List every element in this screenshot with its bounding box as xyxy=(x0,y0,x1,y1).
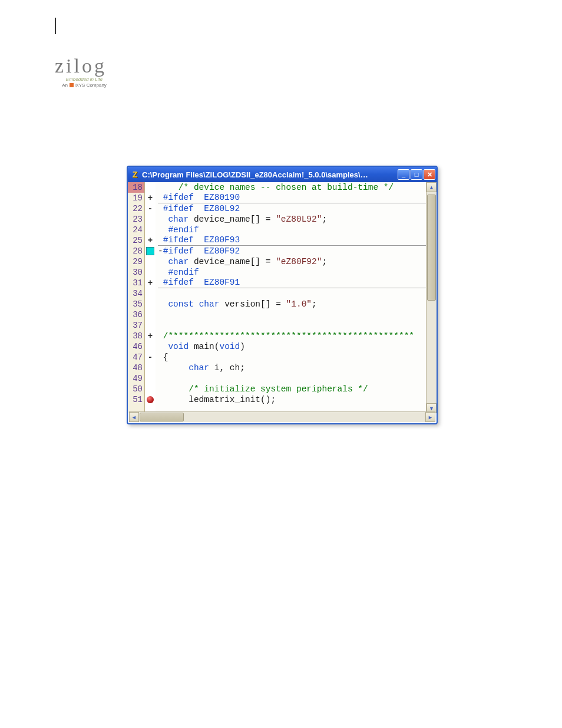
code-line[interactable]: char device_name[] = "eZ80F92"; xyxy=(158,256,426,267)
titlebar[interactable]: Z C:\Program Files\ZiLOG\ZDSII_eZ80Accla… xyxy=(128,167,437,182)
horizontal-scroll-thumb[interactable] xyxy=(140,413,184,421)
line-number[interactable]: 51 xyxy=(128,394,144,405)
code-token: /* initialize system peripherals */ xyxy=(189,384,368,394)
code-line[interactable] xyxy=(158,309,426,320)
breakpoint-gutter[interactable]: +-+++- xyxy=(145,182,156,413)
code-token: ) xyxy=(240,342,245,351)
line-number[interactable]: 24 xyxy=(128,225,144,235)
code-line[interactable]: /***************************************… xyxy=(158,331,426,341)
code-line[interactable] xyxy=(158,320,426,331)
code-token: main( xyxy=(189,342,219,351)
code-line[interactable]: #ifdef EZ80F91 xyxy=(158,278,426,288)
line-number[interactable]: 18 xyxy=(128,182,144,193)
window-title: C:\Program Files\ZiLOG\ZDSII_eZ80Acclaim… xyxy=(142,170,398,179)
code-line[interactable]: #endif xyxy=(158,267,426,278)
line-number[interactable]: 48 xyxy=(128,363,144,373)
scroll-up-button[interactable]: ▲ xyxy=(427,182,437,192)
line-number[interactable]: 49 xyxy=(128,373,144,384)
code-line[interactable]: { xyxy=(158,352,426,363)
horizontal-scrollbar[interactable]: ◄ ► xyxy=(129,411,435,422)
code-line[interactable]: const char version[] = "1.0"; xyxy=(158,299,426,309)
code-token xyxy=(158,268,168,277)
code-token: char xyxy=(199,299,220,309)
code-token: "eZ80L92" xyxy=(276,215,322,224)
code-token xyxy=(158,193,163,202)
line-number[interactable]: 31 xyxy=(128,278,144,288)
code-token: #ifdef EZ80L92 xyxy=(163,204,240,213)
logo-wordmark: zilog xyxy=(55,56,114,76)
code-token: /* device names -- chosen at build-time … xyxy=(163,183,394,192)
line-number[interactable]: 50 xyxy=(128,384,144,394)
code-line[interactable]: char i, ch; xyxy=(158,363,426,373)
code-line[interactable] xyxy=(158,373,426,384)
code-line[interactable]: void main(void) xyxy=(158,341,426,352)
code-line[interactable]: ledmatrix_init(); xyxy=(158,394,426,405)
code-line[interactable]: #ifdef EZ80F93 xyxy=(158,235,426,246)
line-number[interactable]: 19 xyxy=(128,193,144,203)
line-number[interactable]: 47 xyxy=(128,352,144,363)
logo-tagline-2-prefix: An xyxy=(62,83,68,88)
code-token xyxy=(158,215,168,224)
code-token: "1.0" xyxy=(286,299,312,309)
code-token: const xyxy=(168,299,194,309)
code-line[interactable]: char device_name[] = "eZ80L92"; xyxy=(158,214,426,225)
code-line[interactable]: #endif xyxy=(158,225,426,235)
code-line[interactable]: #ifdef EZ80L92 xyxy=(158,203,426,214)
code-line[interactable] xyxy=(158,288,426,299)
breakpoint-marker[interactable] xyxy=(146,394,155,405)
code-line[interactable]: /* device names -- chosen at build-time … xyxy=(158,182,426,193)
code-token xyxy=(158,299,168,309)
line-number-gutter[interactable]: 1819222324252829303134353637384647484950… xyxy=(128,182,145,413)
code-token: char xyxy=(189,363,209,373)
line-number[interactable]: 38 xyxy=(128,331,144,341)
logo-block: zilog Embedded in Life An IXYS Company xyxy=(55,56,114,88)
window-buttons: _ □ ✕ xyxy=(398,169,435,180)
editor-area: 1819222324252829303134353637384647484950… xyxy=(128,182,437,413)
code-line[interactable]: #ifdef EZ80190 xyxy=(158,193,426,203)
code-token: #ifdef EZ80F92 xyxy=(163,246,240,256)
logo-tagline-1: Embedded in Life xyxy=(55,77,114,82)
fold-collapse-icon[interactable]: - xyxy=(146,203,155,214)
code-token: #ifdef EZ80F93 xyxy=(163,235,240,245)
program-counter-marker xyxy=(146,247,154,255)
scroll-right-button[interactable]: ► xyxy=(425,412,435,422)
logo-tagline-2: An IXYS Company xyxy=(55,83,114,88)
fold-expand-icon[interactable]: + xyxy=(146,235,155,246)
code-token xyxy=(158,183,163,192)
fold-collapse-icon[interactable]: - xyxy=(146,352,155,363)
line-number[interactable]: 35 xyxy=(128,299,144,309)
program-counter-marker[interactable] xyxy=(146,246,155,256)
close-button[interactable]: ✕ xyxy=(424,169,435,180)
vertical-scrollbar[interactable]: ▲ ▼ xyxy=(426,182,437,413)
breakpoint-icon xyxy=(147,396,154,403)
line-number[interactable]: 46 xyxy=(128,341,144,352)
code-line[interactable]: /* initialize system peripherals */ xyxy=(158,384,426,394)
code-token: i, ch; xyxy=(209,363,245,373)
line-number[interactable]: 36 xyxy=(128,309,144,320)
code-area[interactable]: /* device names -- chosen at build-time … xyxy=(156,182,426,413)
vertical-scroll-thumb[interactable] xyxy=(427,195,436,301)
line-number[interactable]: 22 xyxy=(128,203,144,214)
line-number[interactable]: 34 xyxy=(128,288,144,299)
code-token: ; xyxy=(322,215,327,224)
line-number[interactable]: 23 xyxy=(128,214,144,225)
code-token xyxy=(158,384,189,394)
code-token: { xyxy=(158,353,168,362)
fold-expand-icon[interactable]: + xyxy=(146,278,155,288)
margin-rule xyxy=(55,18,56,34)
code-line[interactable]: -#ifdef EZ80F92 xyxy=(158,246,426,256)
line-number[interactable]: 37 xyxy=(128,320,144,331)
line-number[interactable]: 28 xyxy=(128,246,144,256)
code-token xyxy=(158,331,163,341)
fold-expand-icon[interactable]: + xyxy=(146,331,155,341)
fold-expand-icon[interactable]: + xyxy=(146,193,155,203)
code-token: ; xyxy=(322,257,327,266)
line-number[interactable]: 25 xyxy=(128,235,144,246)
code-token: #endif xyxy=(168,225,199,235)
minimize-button[interactable]: _ xyxy=(398,169,409,180)
code-token: #ifdef EZ80F91 xyxy=(163,278,240,287)
line-number[interactable]: 30 xyxy=(128,267,144,278)
scroll-left-button[interactable]: ◄ xyxy=(129,412,139,422)
maximize-button[interactable]: □ xyxy=(411,169,422,180)
line-number[interactable]: 29 xyxy=(128,256,144,267)
